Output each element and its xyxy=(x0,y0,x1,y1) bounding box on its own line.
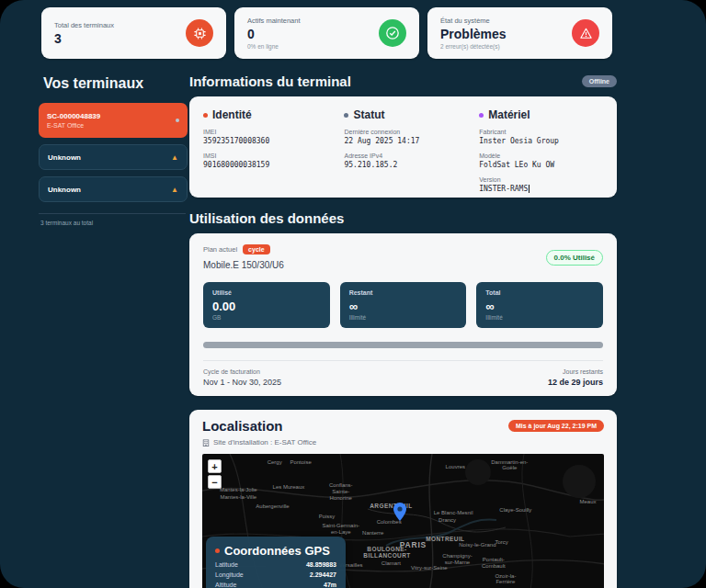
updated-badge: Mis à jour Aug 22, 2:19 PM xyxy=(508,420,604,432)
usage-metric-unit: GB xyxy=(212,314,321,321)
status-dot-icon xyxy=(176,119,179,122)
cycle-badge: cycle xyxy=(243,244,270,254)
stat-value: Problèmes xyxy=(440,27,507,41)
gps-label: Latitude xyxy=(215,561,238,568)
info-field: Fabricant Inster Oesia Group xyxy=(479,129,603,145)
field-label: Fabricant xyxy=(479,129,603,135)
location-section: Localisation Mis à jour Aug 22, 2:19 PM … xyxy=(189,410,617,588)
info-column-title: Identité xyxy=(203,108,333,121)
field-value: 359235170008360 xyxy=(203,137,333,145)
gps-value: 48.859883 xyxy=(306,561,336,568)
terminal-list: SC-0000048839 E-SAT Office Unknown ▲ Unk… xyxy=(37,103,188,202)
stats-row: Total des terminaux 3 Actifs maintenant … xyxy=(0,0,706,59)
status-badge: Offline xyxy=(582,75,617,87)
terminal-id: Unknown xyxy=(48,186,81,194)
map-zoom-controls: + − xyxy=(208,459,222,491)
stat-sub: 0% en ligne xyxy=(247,43,301,50)
info-column: Matériel Fabricant Inster Oesia Group Mo… xyxy=(479,108,603,193)
plan-name: Mobile.E 150/30/U6 xyxy=(203,260,284,270)
info-section-title: Informations du terminal xyxy=(189,74,351,89)
installation-site: Site d'installation : E-SAT Office xyxy=(213,438,316,447)
divider xyxy=(203,360,603,361)
terminal-id: SC-0000048839 xyxy=(47,112,100,120)
sidebar-title: Vos terminaux xyxy=(43,75,188,92)
stat-value: 3 xyxy=(54,31,114,46)
usage-metric-label: Total xyxy=(485,289,594,296)
info-column: Statut Dernière connexion 22 Aug 2025 14… xyxy=(344,108,468,193)
usage-metric-value: ∞ xyxy=(485,300,594,313)
zoom-in-button[interactable]: + xyxy=(208,459,222,473)
terminal-item[interactable]: Unknown ▲ xyxy=(39,144,188,170)
stat-card: Total des terminaux 3 xyxy=(41,7,226,59)
terminal-info-section: Informations du terminal Offline Identit… xyxy=(189,74,617,198)
stat-value: 0 xyxy=(247,27,301,41)
stat-sub: 2 erreur(s) détectée(s) xyxy=(440,43,507,50)
data-usage-section: Utilisation des données Plan actuel cycl… xyxy=(189,210,617,396)
days-remaining-value: 12 de 29 jours xyxy=(548,378,603,387)
billing-cycle-label: Cycle de facturation xyxy=(203,368,281,375)
gps-label: Altitude xyxy=(215,582,236,588)
field-label: Dernière connexion xyxy=(344,129,468,135)
field-value: INSTER-RAMS xyxy=(479,185,603,193)
usage-metric-value: 0.00 xyxy=(212,300,321,313)
info-field: Dernière connexion 22 Aug 2025 14:17 xyxy=(344,129,468,145)
usage-metric-value: ∞ xyxy=(349,300,458,313)
main-content: Informations du terminal Offline Identit… xyxy=(189,74,617,588)
field-value: 22 Aug 2025 14:17 xyxy=(344,137,468,145)
bullet-dot-icon xyxy=(479,113,484,118)
gps-row: Altitude 47m xyxy=(215,582,336,588)
sidebar-divider xyxy=(39,213,186,214)
terminal-id: Unknown xyxy=(48,153,81,162)
data-usage-card: Plan actuel cycle Mobile.E 150/30/U6 0.0… xyxy=(189,233,617,396)
gps-row: Latitude 48.859883 xyxy=(215,561,336,568)
field-label: Version xyxy=(479,176,603,183)
usage-metric-unit: Illimité xyxy=(485,314,594,321)
usage-metric-label: Restant xyxy=(349,289,458,296)
info-column-title: Statut xyxy=(344,108,468,121)
bullet-dot-icon xyxy=(344,113,348,118)
field-label: Modèle xyxy=(479,153,603,159)
plan-label: Plan actuel xyxy=(203,245,237,254)
info-field: IMEI 359235170008360 xyxy=(203,129,333,145)
terminal-count: 3 terminaux au total xyxy=(40,220,188,226)
map-pin-icon xyxy=(393,503,406,525)
field-value: 95.210.185.2 xyxy=(344,161,468,169)
map[interactable]: + − CergyPontoiseLouvresDammartin-en- Go… xyxy=(202,454,604,588)
gps-dot-icon xyxy=(215,548,220,553)
field-value: 901680000038159 xyxy=(203,161,333,169)
usage-metric-label: Utilisé xyxy=(212,289,321,296)
app-viewport: Total des terminaux 3 Actifs maintenant … xyxy=(0,0,706,588)
gps-value: 47m xyxy=(324,582,336,588)
stat-card: Actifs maintenant 0 0% en ligne xyxy=(234,7,419,59)
info-column: Identité IMEI 359235170008360 IMSI 90168… xyxy=(203,108,333,193)
usage-metric-card: Restant ∞ Illimité xyxy=(340,282,467,328)
warning-triangle-icon: ▲ xyxy=(171,186,178,194)
gps-row: Longitude 2.294427 xyxy=(215,571,336,578)
usage-metric-unit: Illimité xyxy=(349,314,458,321)
field-label: Adresse IPv4 xyxy=(344,153,468,159)
info-field: Version INSTER-RAMS xyxy=(479,176,603,193)
terminal-item-selected[interactable]: SC-0000048839 E-SAT Office xyxy=(39,103,188,138)
usage-metric-card: Utilisé 0.00 GB xyxy=(203,282,330,328)
zoom-out-button[interactable]: − xyxy=(208,475,222,489)
location-card: Localisation Mis à jour Aug 22, 2:19 PM … xyxy=(189,410,617,588)
stat-card: État du système Problèmes 2 erreur(s) dé… xyxy=(427,7,612,59)
usage-progress-bar xyxy=(203,342,603,348)
main-layout: Vos terminaux SC-0000048839 E-SAT Office… xyxy=(0,59,706,588)
days-remaining-label: Jours restants xyxy=(548,368,603,375)
field-value: FoldSat LEo Ku OW xyxy=(479,161,603,169)
info-column-title: Matériel xyxy=(479,108,603,121)
usage-metric-card: Total ∞ Illimité xyxy=(476,282,603,328)
gps-value: 2.294427 xyxy=(310,571,336,578)
terminal-item[interactable]: Unknown ▲ xyxy=(39,176,188,202)
chip-icon xyxy=(186,19,213,47)
usage-percent-badge: 0.0% Utilisé xyxy=(546,250,603,266)
billing-cycle-value: Nov 1 - Nov 30, 2025 xyxy=(203,378,281,387)
gps-label: Longitude xyxy=(215,571,244,578)
location-title: Localisation xyxy=(202,418,283,434)
check-circle-icon xyxy=(379,19,406,47)
bullet-dot-icon xyxy=(203,113,208,118)
info-field: IMSI 901680000038159 xyxy=(203,153,333,169)
usage-section-title: Utilisation des données xyxy=(189,210,617,226)
stat-label: État du système xyxy=(440,17,507,25)
